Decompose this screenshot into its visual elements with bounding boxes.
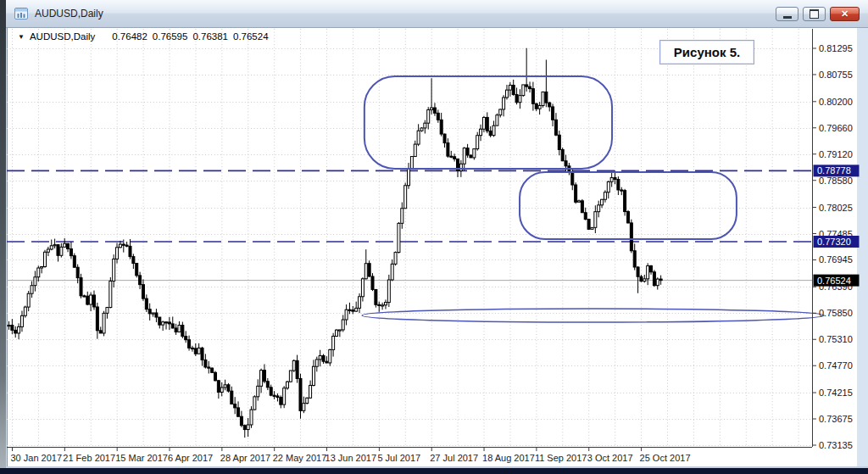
bear-candle (450, 156, 453, 157)
bull-candle (247, 425, 249, 430)
bear-candle (194, 349, 197, 354)
bull-candle (224, 385, 226, 388)
chevron-down-icon: ▼ (18, 33, 25, 41)
bear-candle (171, 324, 174, 328)
date-tick-label: 30 Jan 2017 (11, 453, 63, 463)
bear-candle (515, 94, 518, 102)
bull-candle (355, 308, 358, 311)
bull-candle (53, 245, 56, 246)
bull-candle (31, 286, 33, 294)
bear-candle (80, 278, 82, 296)
bull-candle (424, 123, 426, 128)
bull-candle (116, 248, 119, 259)
bull-candle (27, 293, 30, 307)
bull-candle (417, 131, 420, 144)
bear-candle (201, 348, 203, 360)
quote-header[interactable]: ▼ AUDUSD,Daily 0.76482 0.76595 0.76381 0… (18, 31, 269, 42)
bull-candle (50, 246, 53, 249)
range-rect-annotations (364, 76, 737, 239)
date-tick-label: 28 Apr 2017 (220, 453, 270, 463)
bear-candle (640, 276, 643, 281)
bear-candle (535, 103, 537, 109)
date-tick-label: 25 Oct 2017 (640, 453, 691, 463)
bull-candle (8, 325, 10, 326)
bear-candle (322, 355, 325, 361)
bear-candle (83, 296, 86, 297)
bull-candle (20, 315, 23, 326)
bull-candle (220, 388, 223, 392)
bear-candle (531, 89, 534, 104)
bear-candle (243, 426, 246, 430)
bull-candle (542, 92, 544, 105)
bear-candle (266, 382, 269, 388)
date-tick-label: 15 Mar 2017 (115, 453, 168, 463)
bull-candle (538, 105, 541, 109)
bear-candle (486, 117, 488, 131)
bull-candle (113, 259, 115, 281)
bear-candle (276, 396, 279, 398)
bear-candle (633, 251, 636, 267)
quote-high: 0.76595 (153, 31, 188, 42)
date-tick-label: 21 Feb 2017 (63, 453, 115, 463)
bull-candle (387, 280, 390, 303)
bear-candle (575, 185, 577, 202)
bull-candle (594, 212, 597, 228)
bull-candle (338, 330, 341, 331)
bear-candle (76, 267, 79, 277)
bear-candle (296, 360, 298, 378)
bull-candle (103, 313, 105, 333)
bull-candle (607, 181, 609, 192)
bull-candle (431, 108, 433, 109)
bear-candle (92, 295, 95, 307)
bear-candle (626, 212, 629, 223)
price-badge-label: 0.77320 (817, 237, 851, 247)
bull-candle (342, 320, 344, 330)
bull-candle (408, 169, 410, 186)
bear-candle (433, 108, 436, 113)
bear-candle (99, 331, 102, 333)
date-tick-label: 13 Jun 2017 (326, 453, 377, 463)
bear-candle (159, 317, 161, 325)
bear-candle (617, 179, 620, 189)
bear-candle (14, 330, 17, 333)
bull-candle (336, 330, 338, 336)
bear-candle (548, 103, 551, 107)
bear-candle (624, 191, 626, 212)
price-tick-label: 0.74215 (819, 388, 853, 398)
bear-candle (191, 348, 193, 349)
bull-candle (260, 371, 263, 387)
bull-candle (459, 164, 462, 170)
bear-candle (168, 322, 170, 324)
price-tick-label: 0.79660 (819, 123, 853, 133)
price-tick-label: 0.74770 (819, 360, 853, 371)
bull-candle (492, 125, 495, 136)
bear-candle (139, 276, 142, 285)
bull-candle (37, 268, 40, 277)
bull-candle (473, 149, 476, 158)
bear-candle (204, 360, 207, 367)
bull-candle (414, 144, 416, 156)
bear-candle (653, 272, 655, 286)
bull-candle (398, 223, 400, 252)
price-chart-canvas[interactable]: 0.812950.807550.802000.796600.791200.785… (0, 0, 868, 474)
bull-candle (24, 307, 26, 315)
bear-candle (637, 267, 639, 276)
price-tick-label: 0.80200 (819, 97, 853, 107)
bull-candle (106, 308, 108, 314)
bull-candle (410, 157, 413, 169)
bull-candle (329, 349, 331, 363)
bull-candle (292, 360, 295, 371)
bear-candle (217, 381, 220, 393)
bull-candle (647, 266, 649, 279)
bear-candle (529, 86, 531, 88)
bear-candle (512, 85, 515, 94)
price-tick-label: 0.81295 (819, 43, 853, 53)
figure-caption-object[interactable]: Рисунок 5. (659, 40, 754, 64)
bear-candle (581, 201, 583, 213)
bear-candle (280, 398, 282, 405)
bear-candle (175, 328, 177, 332)
bear-candle (466, 148, 469, 155)
bull-candle (482, 117, 485, 129)
bear-candle (70, 248, 72, 255)
bear-candle (352, 310, 354, 312)
